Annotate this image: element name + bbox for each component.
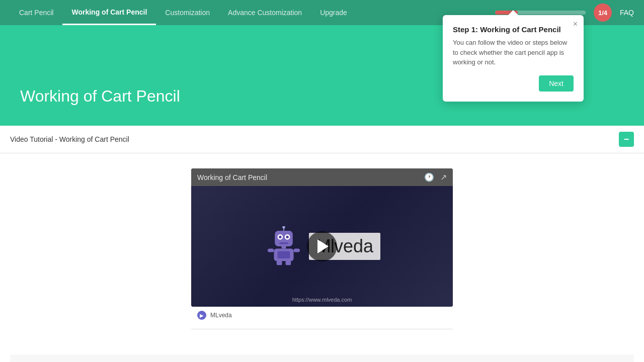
video-tutorial-label: Video Tutorial - Working of Cart Pencil [10,135,129,143]
tooltip-body: You can follow the video or steps below … [453,38,574,67]
step-badge: 1/4 [594,4,612,22]
nav-item-working[interactable]: Working of Cart Pencil [62,0,156,25]
svg-rect-7 [279,242,288,244]
tooltip-step-title: Step 1: Working of Cart Pencil [453,25,574,34]
tooltip-arrow [508,10,518,15]
channel-avatar: ▶ [197,311,206,320]
nav-item-cart-pencil[interactable]: Cart Pencil [10,0,62,25]
svg-rect-11 [277,260,282,265]
play-triangle-icon [317,239,329,253]
svg-point-6 [282,226,285,228]
video-channel-info: ▶ MLveda [191,307,453,324]
nav-item-upgrade[interactable]: Upgrade [311,0,356,25]
video-player[interactable]: Working of Cart Pencil 🕐 ↗ [191,168,453,307]
channel-name: MLveda [210,312,232,319]
svg-point-3 [279,236,281,238]
nav-item-advance-customization[interactable]: Advance Customization [219,0,311,25]
content-area: Video Tutorial - Working of Cart Pencil … [0,126,644,362]
watch-later-icon[interactable]: 🕐 [424,172,434,182]
video-player-title: Working of Cart Pencil [197,173,267,182]
collapse-button[interactable]: − [619,132,634,147]
play-button[interactable] [307,231,337,261]
video-url: https://www.mlveda.com [191,297,453,303]
video-tutorial-bar: Video Tutorial - Working of Cart Pencil … [0,126,644,153]
svg-rect-14 [294,248,300,252]
tooltip-close-button[interactable]: × [573,20,578,28]
tooltip-popup: × Step 1: Working of Cart Pencil You can… [443,15,584,102]
faq-link[interactable]: FAQ [620,9,634,17]
svg-rect-8 [282,246,286,248]
svg-point-4 [286,236,288,238]
share-icon[interactable]: ↗ [440,172,447,182]
video-thumbnail[interactable]: Mlveda https://www.mlveda.com [191,186,453,307]
svg-rect-13 [268,248,274,252]
svg-rect-10 [278,251,290,258]
video-section: Working of Cart Pencil 🕐 ↗ [0,153,644,339]
video-divider [191,329,453,329]
tooltip-next-button[interactable]: Next [539,75,574,92]
page-title: Working of Cart Pencil [20,87,180,106]
mlveda-robot-icon [264,226,304,266]
svg-rect-12 [286,260,291,265]
nav-item-customization[interactable]: Customization [156,0,219,25]
contact-section: If you are still facing any issue, conta… [10,354,634,362]
